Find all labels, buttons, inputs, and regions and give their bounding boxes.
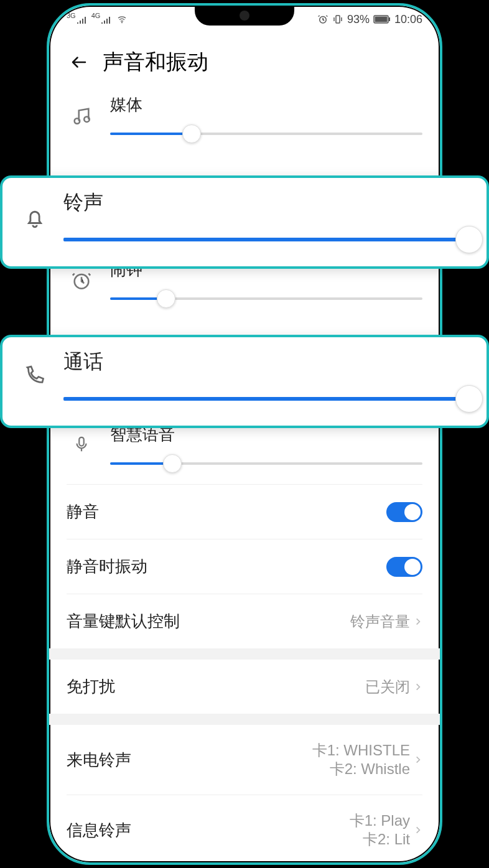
dnd-label: 免打扰 [67,676,115,698]
music-note-icon [67,105,96,126]
svg-rect-5 [389,17,390,21]
dnd-row[interactable]: 免打扰 已关闭 [49,660,440,714]
mute-toggle[interactable] [386,502,422,522]
wifi-icon [116,14,128,24]
section-gap [49,648,440,660]
media-volume-row: 媒体 [49,83,440,154]
vibrate-muted-row[interactable]: 静音时振动 [49,539,440,594]
chevron-right-icon [414,753,422,767]
ring-slider[interactable] [63,230,469,249]
ringtone-label: 来电铃声 [67,749,131,771]
call-slider[interactable] [63,390,469,408]
media-label: 媒体 [110,94,422,116]
message-tone-value: 卡1: Play 卡2: Lit [350,811,410,849]
ringtone-value: 卡1: WHISTLE 卡2: Whistle [312,741,410,778]
chevron-right-icon [414,615,422,628]
ring-label: 铃声 [63,189,469,217]
svg-rect-4 [375,17,387,22]
alarm-status-icon [317,14,328,25]
message-tone-label: 信息铃声 [67,819,131,841]
volume-key-row[interactable]: 音量键默认控制 铃声音量 [49,594,440,648]
call-label: 通话 [63,348,469,376]
svg-point-7 [84,116,90,122]
dnd-value: 已关闭 [365,677,410,697]
alarm-slider[interactable] [110,289,422,308]
svg-rect-2 [336,16,340,23]
call-volume-callout: 通话 [0,335,489,428]
svg-rect-9 [79,437,84,446]
media-slider[interactable] [110,124,422,143]
vibrate-muted-label: 静音时振动 [67,556,147,577]
chevron-right-icon [414,823,422,837]
vibrate-muted-toggle[interactable] [386,557,422,577]
volume-key-label: 音量键默认控制 [67,610,180,632]
battery-percent: 93% [347,13,370,26]
section-gap [49,714,440,725]
battery-icon [373,15,391,24]
volume-key-value: 铃声音量 [350,612,410,632]
mute-row[interactable]: 静音 [49,485,440,539]
chevron-right-icon [414,680,422,694]
back-button[interactable] [67,50,91,75]
voice-slider[interactable] [110,454,422,473]
notch [195,6,294,26]
vibrate-status-icon [332,14,343,25]
signal-4g-icon: 4G [91,15,113,24]
signal-3g-icon: 3G [67,15,88,24]
mute-label: 静音 [67,501,99,523]
bell-icon [20,205,50,229]
phone-frame: 3G 4G 93% [47,3,442,865]
svg-point-0 [121,22,123,23]
svg-point-6 [75,118,80,124]
alarm-clock-icon [67,270,96,291]
microphone-icon [67,435,96,454]
message-tone-row[interactable]: 信息铃声 卡1: Play 卡2: Lit [49,795,440,865]
app-bar: 声音和振动 [49,33,440,83]
status-time: 10:06 [394,13,422,26]
ringtone-row[interactable]: 来电铃声 卡1: WHISTLE 卡2: Whistle [49,725,440,795]
ring-volume-callout: 铃声 [0,175,489,269]
page-title: 声音和振动 [103,48,208,77]
phone-icon [20,365,50,387]
